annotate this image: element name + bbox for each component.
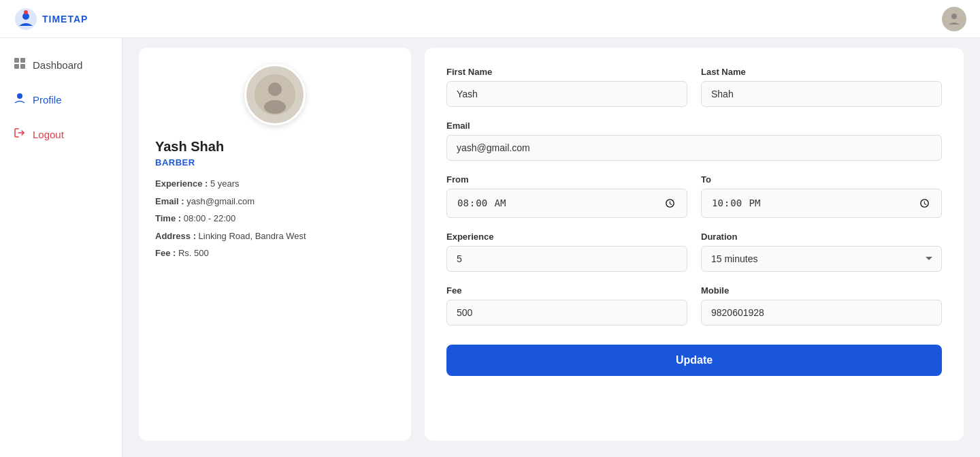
profile-name: Yash Shah <box>155 139 224 155</box>
sidebar-profile-label: Profile <box>33 94 62 106</box>
duration-select[interactable]: 15 minutes 30 minutes 45 minutes 60 minu… <box>701 246 942 272</box>
to-input[interactable] <box>701 189 942 218</box>
fee-group: Fee <box>446 285 687 326</box>
name-row: First Name Last Name <box>446 67 942 107</box>
sidebar-item-dashboard[interactable]: Dashboard <box>0 48 122 82</box>
mobile-input[interactable] <box>701 300 942 326</box>
mobile-group: Mobile <box>701 285 942 326</box>
svg-point-8 <box>17 93 22 99</box>
from-label: From <box>446 174 687 185</box>
experience-input[interactable] <box>446 246 687 272</box>
from-input[interactable] <box>446 189 687 218</box>
from-group: From <box>446 174 687 218</box>
svg-point-3 <box>951 14 957 19</box>
profile-address: Address : Linking Road, Bandra West <box>155 230 306 243</box>
sidebar-logout-label: Logout <box>33 129 64 140</box>
main-content: Yash Shah BARBER Experience : 5 years Em… <box>122 0 980 457</box>
profile-icon <box>14 92 26 108</box>
svg-point-10 <box>268 82 282 96</box>
last-name-group: Last Name <box>701 67 942 107</box>
sidebar-item-profile[interactable]: Profile <box>0 82 122 117</box>
experience-group: Experience <box>446 232 687 272</box>
svg-rect-6 <box>14 64 19 69</box>
experience-label: Experience <box>446 232 687 242</box>
svg-point-11 <box>264 100 286 114</box>
to-input-wrapper <box>701 189 942 218</box>
topbar: TIMETAP <box>0 0 980 38</box>
first-name-group: First Name <box>446 67 687 107</box>
fee-label: Fee <box>446 285 687 296</box>
svg-rect-5 <box>20 58 25 63</box>
profile-card: Yash Shah BARBER Experience : 5 years Em… <box>139 48 411 441</box>
time-row: From To <box>446 174 942 218</box>
dashboard-icon <box>14 57 26 73</box>
logo-icon <box>14 7 38 31</box>
svg-point-2 <box>24 10 28 14</box>
svg-rect-4 <box>14 58 19 63</box>
profile-fee: Fee : Rs. 500 <box>155 247 209 260</box>
fee-mobile-row: Fee Mobile <box>446 285 942 326</box>
duration-label: Duration <box>701 232 942 242</box>
sidebar-dashboard-label: Dashboard <box>33 59 82 71</box>
sidebar: Dashboard Profile Logout <box>0 0 122 457</box>
duration-group: Duration 15 minutes 30 minutes 45 minute… <box>701 232 942 272</box>
mobile-label: Mobile <box>701 285 942 296</box>
edit-form: First Name Last Name Email From <box>425 48 964 441</box>
to-label: To <box>701 174 942 185</box>
update-button[interactable]: Update <box>446 345 942 376</box>
profile-avatar-svg <box>255 74 295 115</box>
profile-avatar <box>244 64 306 125</box>
email-row: Email <box>446 121 942 161</box>
avatar-container <box>155 64 395 125</box>
email-group: Email <box>446 121 942 161</box>
last-name-input[interactable] <box>701 81 942 107</box>
email-input[interactable] <box>446 135 942 161</box>
first-name-label: First Name <box>446 67 687 77</box>
svg-rect-7 <box>20 64 25 69</box>
to-group: To <box>701 174 942 218</box>
from-input-wrapper <box>446 189 687 218</box>
first-name-input[interactable] <box>446 81 687 107</box>
fee-input[interactable] <box>446 300 687 326</box>
logout-icon <box>14 127 26 142</box>
user-avatar[interactable] <box>942 7 966 31</box>
logo: TIMETAP <box>14 7 88 31</box>
profile-time: Time : 08:00 - 22:00 <box>155 212 235 225</box>
sidebar-item-logout[interactable]: Logout <box>0 117 122 152</box>
logo-text: TIMETAP <box>42 14 88 25</box>
email-label: Email <box>446 121 942 131</box>
experience-duration-row: Experience Duration 15 minutes 30 minute… <box>446 232 942 272</box>
profile-email: Email : yash@gmail.com <box>155 195 255 208</box>
last-name-label: Last Name <box>701 67 942 77</box>
avatar-icon <box>946 11 962 27</box>
profile-experience: Experience : 5 years <box>155 177 240 191</box>
profile-role: BARBER <box>155 157 195 168</box>
